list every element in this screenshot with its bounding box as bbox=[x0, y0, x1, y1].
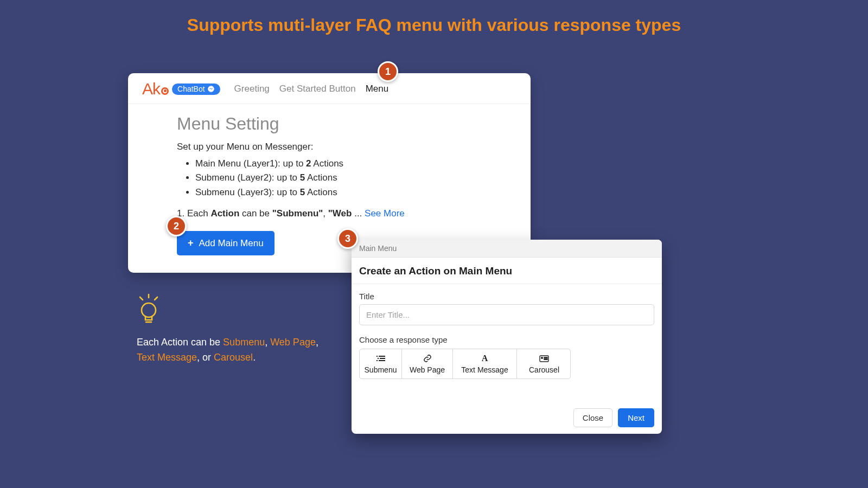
svg-rect-5 bbox=[376, 360, 378, 361]
add-main-menu-button[interactable]: + Add Main Menu bbox=[177, 231, 275, 255]
svg-rect-1 bbox=[376, 356, 378, 357]
svg-rect-3 bbox=[378, 358, 379, 359]
card-icon bbox=[517, 354, 571, 363]
tabs: Greeting Get Started Button Menu bbox=[234, 84, 389, 94]
see-more-link[interactable]: See More bbox=[365, 208, 405, 219]
logo: Ak ChatBot bbox=[142, 80, 220, 98]
modal-title: Create an Action on Main Menu bbox=[352, 258, 662, 284]
text-icon: A bbox=[453, 354, 516, 363]
list-item: Submenu (Layer2): up to 5 Actions bbox=[195, 171, 482, 185]
lightbulb-icon bbox=[137, 294, 161, 325]
list-icon bbox=[360, 354, 401, 363]
svg-line-13 bbox=[155, 297, 157, 300]
callout-3: 3 bbox=[337, 228, 358, 249]
option-text-message[interactable]: A Text Message bbox=[453, 349, 517, 378]
plus-icon: + bbox=[188, 237, 194, 249]
svg-rect-10 bbox=[544, 359, 547, 359]
messenger-icon bbox=[207, 85, 215, 93]
title-label: Title bbox=[359, 292, 654, 301]
response-type-options: Submenu Web Page A Text Message Carousel bbox=[359, 349, 571, 379]
action-description: 1. Each Action can be "Submenu", "Web ..… bbox=[177, 208, 482, 219]
menu-setting-title: Menu Setting bbox=[177, 114, 482, 134]
logo-dot-icon bbox=[161, 87, 169, 95]
option-submenu[interactable]: Submenu bbox=[360, 349, 402, 378]
svg-line-12 bbox=[140, 297, 143, 300]
svg-point-14 bbox=[142, 303, 156, 317]
panel-topbar: Ak ChatBot Greeting Get Started Button M… bbox=[128, 73, 531, 104]
choose-response-label: Choose a response type bbox=[359, 335, 654, 344]
create-action-modal: Main Menu Create an Action on Main Menu … bbox=[352, 240, 662, 434]
svg-rect-6 bbox=[379, 360, 385, 361]
link-icon bbox=[402, 354, 452, 363]
list-item: Main Menu (Layer1): up to 2 Actions bbox=[195, 157, 482, 171]
tab-get-started[interactable]: Get Started Button bbox=[279, 84, 356, 94]
list-item: Submenu (Layer3): up to 5 Actions bbox=[195, 185, 482, 200]
svg-rect-4 bbox=[380, 358, 385, 359]
tip-block: Each Action can be Submenu, Web Page, Te… bbox=[137, 294, 332, 365]
tab-menu[interactable]: Menu bbox=[366, 84, 389, 94]
logo-text: Ak bbox=[142, 80, 169, 98]
next-button[interactable]: Next bbox=[618, 408, 654, 427]
svg-rect-9 bbox=[544, 357, 547, 358]
option-carousel[interactable]: Carousel bbox=[517, 349, 571, 378]
callout-2: 2 bbox=[166, 216, 187, 236]
chatbot-chip: ChatBot bbox=[172, 84, 220, 95]
callout-1: 1 bbox=[378, 61, 398, 82]
title-input[interactable] bbox=[359, 304, 654, 325]
menu-setting-subtitle: Set up your Menu on Messenger: bbox=[177, 142, 482, 152]
page-headline: Supports muti-layer FAQ menu with variou… bbox=[0, 0, 868, 41]
close-button[interactable]: Close bbox=[573, 408, 612, 427]
tab-greeting[interactable]: Greeting bbox=[234, 84, 270, 94]
menu-layers-list: Main Menu (Layer1): up to 2 Actions Subm… bbox=[177, 157, 482, 200]
svg-rect-2 bbox=[379, 356, 385, 357]
tip-text: Each Action can be Submenu, Web Page, Te… bbox=[137, 335, 332, 365]
svg-point-8 bbox=[541, 357, 543, 358]
modal-header: Main Menu bbox=[352, 240, 662, 258]
option-web-page[interactable]: Web Page bbox=[402, 349, 453, 378]
